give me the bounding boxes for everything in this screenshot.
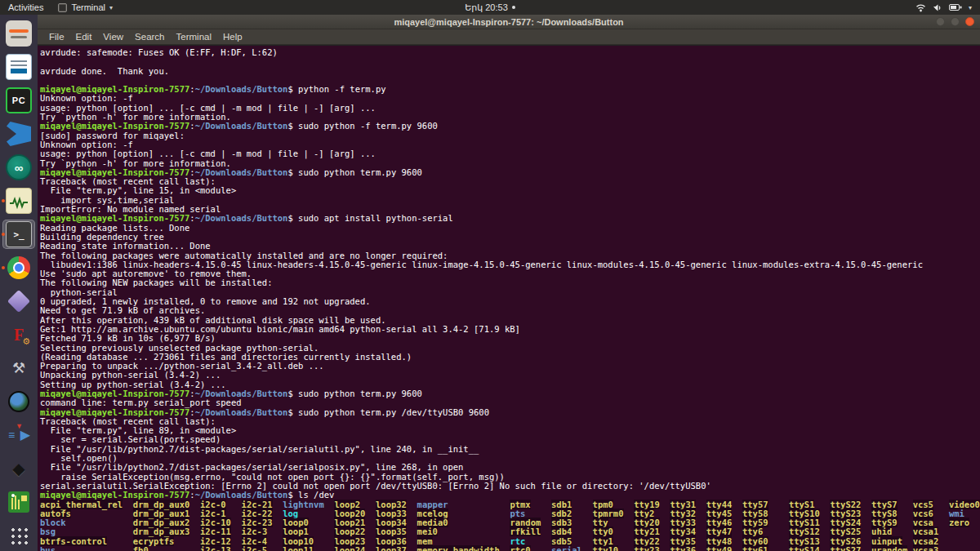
dock-item-inkscape[interactable]: ◆ <box>2 454 35 483</box>
schematic-editor-icon <box>6 188 32 214</box>
tool-app-icon: ⚒ <box>6 355 32 381</box>
menu-item-search[interactable]: Search <box>129 32 170 42</box>
app-menu-button[interactable]: Terminal ▾ <box>51 0 119 15</box>
dock-item-arduino[interactable]: ∞ <box>2 153 35 182</box>
dock-item-schematic-editor[interactable] <box>2 186 35 216</box>
terminal-line: avrdude: safemode: Fuses OK (E:FF, H:DF,… <box>40 48 980 57</box>
menu-item-view[interactable]: View <box>97 32 129 42</box>
terminal-window: miqayel@miqayel-Inspiron-7577: ~/Downloa… <box>38 15 980 551</box>
activities-button[interactable]: Activities <box>0 0 51 15</box>
terminal-icon: >_ <box>6 221 32 247</box>
freecad-icon: F⚙ <box>6 322 32 348</box>
terminal-mini-icon <box>58 3 67 12</box>
dock-item-simple-scan[interactable] <box>2 19 35 48</box>
top-bar: Activities Terminal ▾ Երկ 20:53 ▾ <box>0 0 980 15</box>
menu-item-file[interactable]: File <box>43 32 70 42</box>
clock-label: Երկ 20:53 <box>465 2 508 13</box>
terminal-line <box>40 57 980 66</box>
dock-item-freecad[interactable]: F⚙ <box>2 320 35 349</box>
activities-label: Activities <box>8 2 43 12</box>
running-indicator <box>2 266 5 269</box>
show-applications-icon <box>6 522 32 549</box>
terminal-line: The following NEW packages will be insta… <box>40 278 980 287</box>
notification-dot-icon <box>512 6 515 9</box>
dock-item-cad-diamond[interactable] <box>2 287 35 316</box>
running-indicator <box>2 233 5 236</box>
dock-item-show-applications[interactable] <box>2 521 35 550</box>
volume-icon <box>933 3 942 12</box>
terminal-line: miqayel@miqayel-Inspiron-7577:~/Download… <box>40 85 980 94</box>
cad-diamond-icon <box>6 288 32 314</box>
dock-item-chrome[interactable] <box>2 253 35 282</box>
maximize-button[interactable] <box>951 17 960 26</box>
dock-item-globe-app[interactable] <box>2 387 35 416</box>
minimize-button[interactable] <box>936 17 945 26</box>
close-button[interactable] <box>965 17 974 26</box>
uploader-app-icon: ≡▶▼ <box>6 422 32 448</box>
arduino-icon: ∞ <box>6 154 32 180</box>
menu-item-edit[interactable]: Edit <box>70 32 98 42</box>
dock-item-uploader-app[interactable]: ≡▶▼ <box>2 420 35 450</box>
dock-item-pycharm[interactable]: PC <box>2 86 35 115</box>
inkscape-icon: ◆ <box>6 455 32 482</box>
terminal-line: [sudo] password for miqayel: <box>40 131 980 140</box>
clock-area: Երկ 20:53 <box>0 0 980 15</box>
dock-item-terminal[interactable]: >_ <box>2 220 35 249</box>
clock-button[interactable]: Երկ 20:53 <box>465 2 515 13</box>
dock-item-libreoffice-writer[interactable] <box>2 52 35 82</box>
menu-bar: FileEditViewSearchTerminalHelp <box>38 29 980 45</box>
chevron-down-icon: ▾ <box>969 4 972 11</box>
app-menu-label: Terminal <box>71 2 105 12</box>
title-bar[interactable]: miqayel@miqayel-Inspiron-7577: ~/Downloa… <box>38 15 980 29</box>
terminal-line: bus fb0 i2c-13 i2c-5 loop11 loop24 loop3… <box>40 546 980 551</box>
system-status-area[interactable]: ▾ <box>915 0 980 15</box>
terminal-line: File "term.py", line 15, in <module> <box>40 186 980 195</box>
terminal-line: Reading package lists... Done <box>40 224 980 233</box>
window-title: miqayel@miqayel-Inspiron-7577: ~/Downloa… <box>38 17 980 27</box>
simple-scan-icon <box>6 20 32 47</box>
chevron-down-icon: ▾ <box>109 4 113 11</box>
battery-icon <box>949 3 962 11</box>
wifi-icon <box>915 3 926 12</box>
terminal-line: miqayel@miqayel-Inspiron-7577:~/Download… <box>40 491 980 500</box>
menu-item-terminal[interactable]: Terminal <box>171 32 217 42</box>
globe-app-icon <box>6 389 32 415</box>
dock-item-tool-app[interactable]: ⚒ <box>2 353 35 383</box>
chrome-icon <box>6 255 32 281</box>
pcb-editor-icon <box>6 489 32 515</box>
menu-item-help[interactable]: Help <box>217 32 248 42</box>
libreoffice-writer-icon <box>6 54 32 80</box>
terminal-screen[interactable]: avrdude: safemode: Fuses OK (E:FF, H:DF,… <box>38 46 980 551</box>
running-indicator <box>2 199 5 202</box>
vscode-icon <box>7 122 31 146</box>
window-controls <box>936 17 980 26</box>
pycharm-icon: PC <box>6 87 32 113</box>
terminal-line: File "/usr/lib/python2.7/dist-packages/s… <box>40 445 980 454</box>
terminal-line: avrdude done. Thank you. <box>40 67 980 76</box>
dock-item-pcb-editor[interactable] <box>2 487 35 517</box>
dock: PC∞>_F⚙⚒≡▶▼◆ <box>0 15 38 551</box>
dock-item-vscode[interactable] <box>2 119 35 149</box>
